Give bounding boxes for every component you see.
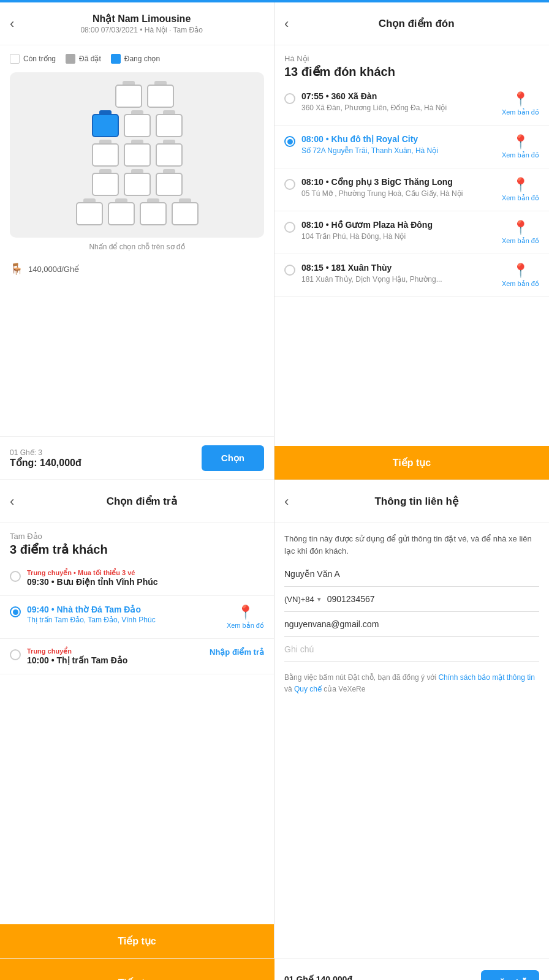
nhap-diem-btn[interactable]: Nhập điểm trả	[210, 647, 264, 657]
legend-box-selecting	[111, 54, 121, 64]
total-info: 01 Ghế: 3 Tổng: 140,000đ	[10, 448, 194, 469]
dropoff-map-2[interactable]: 📍 Xem bản đồ	[227, 605, 264, 630]
ticket-summary: 01 Ghế 140,000đ Xem thông tin vé	[284, 974, 475, 981]
pickup-item-3[interactable]: 08:10 • Cổng phụ 3 BigC Thăng Long 05 Tú…	[274, 168, 549, 211]
screen2-count: 13 điểm đón khách	[284, 64, 539, 79]
pickup-item-5[interactable]: 08:15 • 181 Xuân Thùy 181 Xuân Thủy, Dịc…	[274, 254, 549, 297]
map-pin-icon-4: 📍	[512, 220, 529, 236]
seat-6[interactable]	[92, 143, 119, 167]
legend-empty-label: Còn trống	[23, 55, 56, 63]
global-tiep-tuc-btn[interactable]: Tiếp tục	[0, 959, 274, 980]
pickup-item-2[interactable]: 08:00 • Khu đô thị Royal City Số 72A Ngu…	[274, 126, 549, 168]
legend-taken-label: Đã đặt	[79, 55, 101, 63]
seat-1[interactable]	[115, 85, 142, 108]
screen1-header: ‹ Nhật Nam Limousine 08:00 07/03/2021 • …	[0, 2, 274, 45]
contact-description: Thông tin này được sử dụng để gửi thông …	[274, 523, 549, 562]
seat-10[interactable]	[124, 173, 151, 196]
dropoff-pin-icon-2: 📍	[237, 605, 254, 620]
country-code-text: (VN)+84	[284, 595, 314, 604]
legend-empty: Còn trống	[10, 54, 56, 64]
phone-field[interactable]: 0901234567	[327, 594, 539, 604]
seat-9[interactable]	[92, 173, 119, 196]
screen1-back-btn[interactable]: ‹	[10, 16, 14, 32]
pickup-radio-5[interactable]	[284, 265, 295, 276]
terms-link-1[interactable]: Chính sách bảo mật thông tin	[438, 673, 534, 682]
terms-link-2[interactable]: Quy chế	[294, 685, 322, 693]
dropoff-radio-2[interactable]	[10, 606, 21, 617]
email-field[interactable]: nguyenvana@gmail.com	[284, 612, 539, 637]
seat-15[interactable]	[172, 202, 199, 225]
map-pin-icon-5: 📍	[512, 263, 529, 279]
pickup-address-1: 360 Xã Đàn, Phương Liên, Đống Đa, Hà Nội	[301, 103, 496, 113]
screen1-main-title: Nhật Nam Limousine	[19, 13, 264, 24]
seat-4[interactable]	[124, 114, 151, 137]
name-field[interactable]: Nguyễn Văn A	[284, 562, 539, 587]
screen1-subtitle: 08:00 07/03/2021 • Hà Nội · Tam Đảo	[19, 26, 264, 34]
pickup-info-3: 08:10 • Cổng phụ 3 BigC Thăng Long 05 Tú…	[301, 177, 496, 199]
terms-prefix: Bằng việc bấm nút Đặt chỗ, bạn đã đồng ý…	[284, 673, 438, 682]
seat-2[interactable]	[147, 85, 174, 108]
legend-bar: Còn trống Đã đặt Đang chọn	[0, 45, 274, 72]
pickup-address-2: Số 72A Nguyễn Trãi, Thanh Xuân, Hà Nội	[301, 146, 496, 156]
seat-3-selected[interactable]	[92, 114, 119, 137]
screen-contact: ‹ Thông tin liên hệ Thông tin này được s…	[274, 480, 549, 958]
seat-row-3	[92, 143, 183, 167]
screen2-tiep-tuc-btn[interactable]: Tiếp tục	[274, 446, 549, 480]
seat-8[interactable]	[156, 143, 183, 167]
dat-cho-button[interactable]: Đặt chỗ	[481, 970, 540, 981]
screen2-back-btn[interactable]: ‹	[284, 16, 289, 32]
global-tiep-tuc-label: Tiếp tục	[118, 977, 156, 980]
legend-selecting-label: Đang chọn	[124, 55, 160, 63]
map-pin-icon-1: 📍	[512, 91, 529, 107]
dropoff-item-2[interactable]: 09:40 • Nhà thờ Đá Tam Đảo Thị trấn Tam …	[0, 596, 274, 639]
pickup-radio-3[interactable]	[284, 179, 295, 190]
seat-14[interactable]	[140, 202, 167, 225]
map-link-text-4: Xem bản đồ	[502, 237, 539, 245]
total-label: 01 Ghế: 3	[10, 448, 194, 457]
seat-12[interactable]	[76, 202, 103, 225]
pickup-map-2[interactable]: 📍 Xem bản đồ	[502, 134, 539, 159]
pickup-radio-1[interactable]	[284, 93, 295, 104]
dropoff-radio-1[interactable]	[10, 571, 21, 582]
pickup-radio-2[interactable]	[284, 136, 295, 147]
screen3-city: Tam Đảo	[10, 532, 264, 541]
pickup-item-4[interactable]: 08:10 • Hồ Gươm Plaza Hà Đông 104 Trần P…	[274, 211, 549, 254]
terms-middle: và	[284, 685, 294, 693]
dropoff-radio-3[interactable]	[10, 649, 21, 660]
screen4-back-btn[interactable]: ‹	[284, 494, 289, 510]
seat-13[interactable]	[108, 202, 135, 225]
pickup-time-name-2: 08:00 • Khu đô thị Royal City	[301, 134, 496, 144]
country-code[interactable]: (VN)+84 ▼	[284, 595, 322, 604]
chevron-down-icon: ▼	[316, 596, 322, 603]
transfer-label-3: Trung chuyển	[27, 647, 203, 655]
pickup-item-1[interactable]: 07:55 • 360 Xã Đàn 360 Xã Đàn, Phương Li…	[274, 83, 549, 126]
seat-price-icon: 🪑	[10, 262, 23, 276]
seat-7[interactable]	[124, 143, 151, 167]
chon-button[interactable]: Chọn	[202, 445, 264, 471]
pickup-info-2: 08:00 • Khu đô thị Royal City Số 72A Ngu…	[301, 134, 496, 156]
pickup-map-5[interactable]: 📍 Xem bản đồ	[502, 263, 539, 288]
pickup-radio-4[interactable]	[284, 222, 295, 233]
dropoff-item-1[interactable]: Trung chuyển • Mua tối thiểu 3 vé 09:30 …	[0, 560, 274, 596]
screen3-tiep-tuc-btn[interactable]: Tiếp tục	[0, 924, 274, 958]
pickup-map-3[interactable]: 📍 Xem bản đồ	[502, 177, 539, 202]
screen2-header: ‹ Chọn điểm đón	[274, 2, 549, 45]
pickup-info-4: 08:10 • Hồ Gươm Plaza Hà Đông 104 Trần P…	[301, 220, 496, 242]
screen2-title: Chọn điểm đón	[293, 17, 539, 30]
seat-5[interactable]	[156, 114, 183, 137]
seat-11[interactable]	[156, 173, 183, 196]
pickup-map-4[interactable]: 📍 Xem bản đồ	[502, 220, 539, 245]
seat-row-5	[76, 202, 199, 225]
seat-row-4	[92, 173, 183, 196]
contact-form: Nguyễn Văn A (VN)+84 ▼ 0901234567 nguyen…	[274, 562, 549, 662]
dropoff-item-3[interactable]: Trung chuyển 10:00 • Thị trấn Tam Đảo Nh…	[0, 639, 274, 674]
dropoff-map-text-2: Xem bản đồ	[227, 622, 264, 630]
global-bottom-bar: Tiếp tục 01 Ghế 140,000đ Xem thông tin v…	[0, 958, 549, 980]
transfer-label-1: Trung chuyển • Mua tối thiểu 3 vé	[27, 569, 264, 577]
screen4-header: ‹ Thông tin liên hệ	[274, 480, 549, 523]
map-link-text-2: Xem bản đồ	[502, 151, 539, 159]
pickup-map-1[interactable]: 📍 Xem bản đồ	[502, 91, 539, 116]
pickup-time-name-3: 08:10 • Cổng phụ 3 BigC Thăng Long	[301, 177, 496, 187]
note-field[interactable]: Ghi chú	[284, 637, 539, 662]
screen3-back-btn[interactable]: ‹	[10, 494, 14, 510]
